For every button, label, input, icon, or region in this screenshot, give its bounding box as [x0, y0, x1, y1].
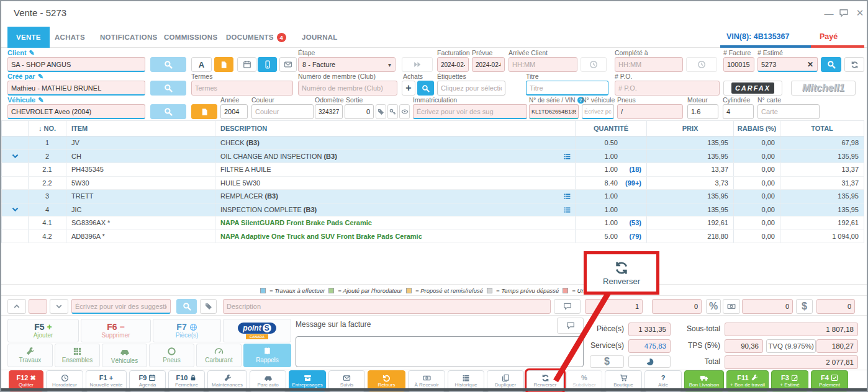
stock-link[interactable]: (79)	[618, 233, 641, 240]
estime-search-button[interactable]	[821, 57, 841, 72]
header-item[interactable]: ITEM	[66, 121, 215, 136]
line-number-input[interactable]	[29, 299, 47, 314]
tab-journal[interactable]: JOURNAL	[293, 27, 346, 48]
achats-search-button[interactable]	[417, 81, 434, 96]
header-quantite[interactable]: QUANTITÉ	[576, 121, 647, 136]
prev-line-button[interactable]	[7, 299, 26, 314]
vehicule-input[interactable]	[7, 104, 145, 119]
work-list-icon[interactable]	[563, 192, 571, 200]
estime-refresh-button[interactable]	[844, 57, 864, 72]
line-comment-button[interactable]	[554, 299, 581, 314]
tab-achats[interactable]: ACHATS	[46, 27, 94, 48]
etiquettes-input[interactable]	[437, 81, 505, 96]
edit-icon[interactable]: ✎	[29, 49, 35, 57]
line-description-input[interactable]	[223, 299, 551, 314]
titre-input[interactable]	[526, 81, 608, 96]
f7-parts-button[interactable]: F7Pièce(s)	[153, 319, 221, 342]
vehicule-note-button[interactable]	[191, 104, 217, 119]
client-phone-button[interactable]	[258, 57, 277, 72]
work-list-icon[interactable]	[563, 153, 571, 161]
tags-button[interactable]	[376, 104, 386, 119]
cree-par-search-button[interactable]	[150, 81, 186, 96]
category-ensembles[interactable]: Ensembles	[55, 344, 100, 367]
line-discount-input[interactable]	[742, 299, 793, 314]
edit-icon[interactable]: ✎	[38, 96, 43, 104]
points-supplier-button[interactable]: pointS CANADA	[223, 319, 291, 342]
table-row[interactable]: 4.1 SG8396AX * NAPA SilentGUARD Front Br…	[1, 216, 864, 230]
category-travaux[interactable]: Travaux	[7, 344, 53, 367]
currency-button[interactable]: $	[590, 355, 624, 368]
pie-chart-button[interactable]	[628, 355, 671, 368]
po-input[interactable]	[615, 81, 720, 96]
table-row[interactable]: 1 JV CHECK (B3) 0.50 135,95 0,00 67,98	[1, 136, 864, 150]
category-carburant[interactable]: Carburant	[196, 344, 242, 367]
minimize-button[interactable]: —	[822, 6, 836, 20]
stock-link[interactable]: (18)	[618, 166, 641, 173]
immatriculation-input[interactable]	[413, 104, 527, 119]
f6-delete-button[interactable]: F6−Supprimer	[81, 319, 151, 342]
table-row[interactable]: 4 JIC INSPECTION COMPLETE (B3) 1.00 135,…	[1, 203, 864, 217]
etape-select[interactable]: 8 - Facture▾	[298, 57, 396, 72]
discount-type-button[interactable]	[723, 299, 740, 314]
client-email-button[interactable]	[279, 57, 297, 72]
tab-commissions[interactable]: COMMISSIONS	[155, 27, 226, 48]
facturation-input[interactable]	[437, 57, 469, 72]
arrivee-client-input[interactable]	[509, 57, 577, 72]
termes-input[interactable]	[191, 81, 293, 96]
table-row[interactable]: 2.1 PH435345 FILTRE A HUILE 1.00(18) 13,…	[1, 163, 864, 177]
num-vehicule-input[interactable]	[582, 104, 614, 119]
header-total[interactable]: TOTAL	[780, 121, 864, 136]
item-tag-button[interactable]	[200, 299, 217, 314]
stock-link[interactable]: (53)	[618, 219, 641, 226]
arrivee-clock-button[interactable]	[581, 57, 607, 72]
vehicule-search-button[interactable]	[150, 104, 186, 119]
client-note-button[interactable]	[214, 57, 233, 72]
invoice-message-textarea[interactable]	[296, 336, 584, 367]
header-rabais[interactable]: RABAIS (%)	[734, 121, 780, 136]
carfax-button[interactable]: CARFAX	[723, 81, 782, 96]
header-prix[interactable]: PRIX	[647, 121, 734, 136]
item-suggestion-input[interactable]	[71, 299, 171, 314]
keys-button[interactable]	[387, 104, 398, 119]
client-calendar-button[interactable]	[237, 57, 256, 72]
client-input[interactable]	[7, 57, 145, 72]
table-row[interactable]: 2.2 5W30 HUILE 5W30 8.40(99+) 3,73 0,00 …	[1, 177, 864, 190]
category-pneus[interactable]: Pneus	[149, 344, 194, 367]
chat-button[interactable]	[837, 6, 851, 20]
tab-vente[interactable]: VENTE	[7, 27, 50, 48]
annee-input[interactable]	[220, 104, 248, 119]
table-row[interactable]: 3 TRETT REMPLACER (B3) 1.00 135,95 0,00 …	[1, 190, 864, 203]
line-qty-input[interactable]	[585, 299, 643, 314]
item-search-button[interactable]	[176, 299, 197, 314]
cylindree-input[interactable]	[723, 104, 754, 119]
header-description[interactable]: DESCRIPTION	[215, 121, 576, 136]
complete-a-input[interactable]	[615, 57, 683, 72]
client-search-button[interactable]	[150, 57, 186, 72]
couleur-input[interactable]	[251, 104, 314, 119]
edit-icon[interactable]: ✎	[38, 73, 43, 81]
prevue-input[interactable]	[472, 57, 505, 72]
table-row[interactable]: 4.2 AD8396A * NAPA Adaptive One Truck an…	[1, 230, 864, 244]
complete-clock-button[interactable]	[686, 57, 717, 72]
num-facture-input[interactable]	[723, 57, 754, 72]
carte-input[interactable]	[757, 104, 820, 119]
dollar-button[interactable]: $	[796, 299, 813, 314]
tab-documents[interactable]: DOCUMENTS4	[217, 27, 295, 48]
f5-add-button[interactable]: F5+Ajouter	[7, 319, 79, 342]
sortie-input[interactable]	[345, 104, 374, 119]
category-rappels[interactable]: Rappels	[243, 344, 291, 367]
header-no[interactable]: ↓NO.	[29, 121, 66, 136]
next-line-button[interactable]	[50, 299, 68, 314]
expand-chevron-icon[interactable]	[11, 205, 19, 213]
moteur-input[interactable]	[687, 104, 718, 119]
stock-link[interactable]: (99+)	[618, 179, 641, 187]
line-amount-input[interactable]	[816, 299, 855, 314]
odometre-input[interactable]	[315, 104, 343, 119]
pneus-input[interactable]	[617, 104, 683, 119]
close-button[interactable]: ✕	[853, 6, 867, 20]
work-list-icon[interactable]	[563, 206, 571, 214]
vin-link[interactable]: VIN(8): 4B135367	[726, 32, 789, 41]
achats-add-button[interactable]: +	[402, 81, 415, 96]
client-info-button[interactable]: A	[191, 57, 212, 72]
view-button[interactable]	[399, 104, 410, 119]
